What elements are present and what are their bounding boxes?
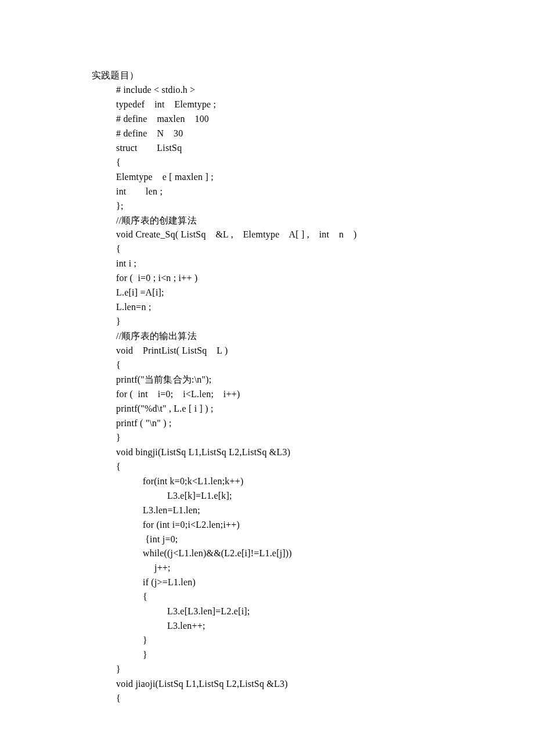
code-line: void Create_Sq( ListSq &L , Elemtype A[ … <box>92 228 499 242</box>
code-line: } <box>92 315 499 329</box>
code-line: printf("当前集合为:\n"); <box>92 373 499 387</box>
code-line: { <box>92 358 499 373</box>
code-line: j++; <box>92 561 499 575</box>
code-block: 实践题目）# include < stdio.h >typedef int El… <box>92 69 499 706</box>
code-line: for ( int i=0; i<L.len; i++) <box>92 387 499 402</box>
code-line: struct ListSq <box>92 141 499 156</box>
code-line: { <box>92 242 499 257</box>
code-line: { <box>92 460 499 474</box>
code-line: L.len=n ; <box>92 300 499 315</box>
code-line: typedef int Elemtype ; <box>92 98 499 112</box>
code-line: 实践题目） <box>92 69 499 83</box>
code-line: printf("%d\t" , L.e [ i ] ) ; <box>92 402 499 416</box>
code-line: L3.len++; <box>92 619 499 633</box>
code-line: L.e[i] =A[i]; <box>92 286 499 300</box>
code-line: # define N 30 <box>92 127 499 141</box>
code-line: //顺序表的输出算法 <box>92 329 499 344</box>
code-line: } <box>92 633 499 648</box>
code-line: int len ; <box>92 185 499 199</box>
document-page: 实践题目）# include < stdio.h >typedef int El… <box>0 0 534 741</box>
code-line: if (j>=L1.len) <box>92 575 499 590</box>
code-line: L3.e[k]=L1.e[k]; <box>92 489 499 503</box>
code-line: L3.e[L3.len]=L2.e[i]; <box>92 604 499 619</box>
code-line: {int j=0; <box>92 532 499 547</box>
code-line: } <box>92 663 499 677</box>
code-line: for ( i=0 ; i<n ; i++ ) <box>92 271 499 286</box>
code-line: int i ; <box>92 257 499 271</box>
code-line: { <box>92 590 499 604</box>
code-line: for (int i=0;i<L2.len;i++) <box>92 518 499 532</box>
code-line: while((j<L1.len)&&(L2.e[i]!=L1.e[j])) <box>92 546 499 561</box>
code-line: { <box>92 692 499 706</box>
code-line: printf ( "\n" ) ; <box>92 416 499 431</box>
code-line: Elemtype e [ maxlen ] ; <box>92 170 499 185</box>
code-line: void jiaoji(ListSq L1,ListSq L2,ListSq &… <box>92 677 499 692</box>
code-line: //顺序表的创建算法 <box>92 214 499 228</box>
code-line: } <box>92 648 499 663</box>
code-line: # include < stdio.h > <box>92 83 499 98</box>
code-line: # define maxlen 100 <box>92 112 499 127</box>
code-line: { <box>92 156 499 170</box>
code-line: for(int k=0;k<L1.len;k++) <box>92 474 499 489</box>
code-line: }; <box>92 199 499 214</box>
code-line: } <box>92 431 499 445</box>
code-line: void bingji(ListSq L1,ListSq L2,ListSq &… <box>92 445 499 460</box>
code-line: L3.len=L1.len; <box>92 503 499 518</box>
code-line: void PrintList( ListSq L ) <box>92 344 499 358</box>
